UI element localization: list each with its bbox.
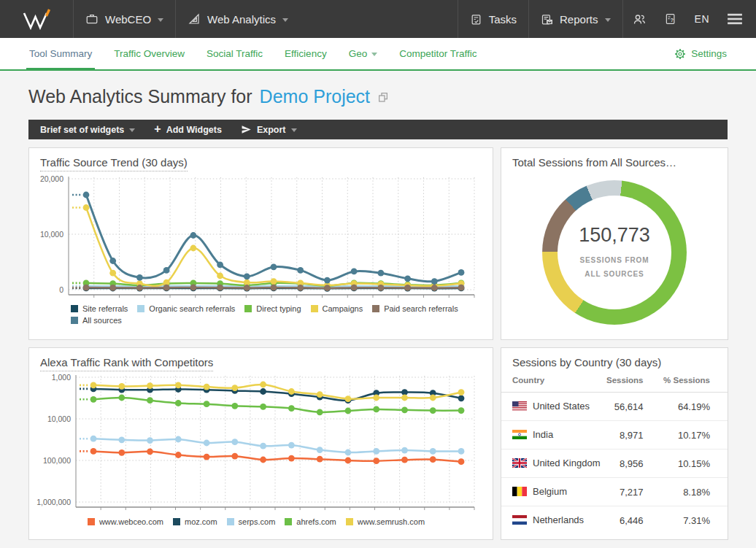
legend-label: Paid search referrals (384, 303, 458, 314)
total-sessions-value: 150,773 (579, 224, 650, 247)
sessions-by-country-table: CountrySessions% SessionsUnited States56… (501, 370, 728, 535)
tab-competitor-traffic[interactable]: Competitor Traffic (399, 38, 477, 69)
legend-item[interactable]: Direct typing (244, 303, 301, 314)
project-name-link[interactable]: Demo Project (260, 86, 370, 107)
spacer (300, 0, 458, 38)
tab-efficiency[interactable]: Efficiency (285, 38, 327, 69)
total-sessions-donut-chart[interactable]: 150,773 SESSIONS FROM ALL SOURCES (542, 180, 687, 325)
legend-chip (285, 518, 292, 525)
legend-chip (346, 518, 353, 525)
widget-traffic-source-trend: Traffic Source Trend (30 days) 20,00010,… (28, 147, 493, 340)
widget-title: Total Sessions from All Sources… (501, 148, 728, 171)
tab-tool-summary[interactable]: Tool Summary (29, 38, 92, 69)
tab-label: Social Traffic (207, 48, 263, 59)
country-cell: United Kingdom (501, 449, 604, 478)
legend-label: www.semrush.com (358, 516, 425, 528)
tool-nav: Tool SummaryTraffic OverviewSocial Traff… (0, 38, 756, 71)
legend-item[interactable]: moz.com (173, 516, 217, 528)
legend-item[interactable]: Site referrals (71, 303, 128, 314)
country-cell: United States (501, 393, 604, 421)
chevron-down-icon (291, 128, 297, 132)
widget-title-link[interactable]: Alexa Traffic Rank with Competitors (40, 356, 213, 371)
svg-text:10,000: 10,000 (47, 414, 71, 423)
language-label: EN (695, 13, 709, 25)
legend-chip (227, 518, 234, 525)
export-dropdown[interactable]: Export (231, 120, 306, 139)
widget-title-link[interactable]: Traffic Source Trend (30 days) (40, 156, 188, 171)
widget-grid: Traffic Source Trend (30 days) 20,00010,… (28, 147, 728, 540)
tasks-icon (470, 13, 482, 26)
product-menu[interactable]: WebCEO (74, 0, 175, 38)
legend-chip (71, 305, 78, 312)
export-label: Export (257, 125, 286, 135)
sessions-cell: 7,217 (604, 478, 661, 506)
reports-label: Reports (560, 13, 598, 26)
table-row: United States56,61464.19% (501, 393, 728, 421)
legend-item[interactable]: Organic search referrals (137, 303, 235, 314)
chevron-down-icon (605, 18, 611, 22)
language-selector[interactable]: EN (686, 0, 718, 38)
legend-item[interactable]: www.webceo.com (88, 516, 163, 528)
add-widgets-label: Add Widgets (166, 125, 222, 135)
tab-traffic-overview[interactable]: Traffic Overview (114, 38, 185, 69)
alexa-rank-chart[interactable]: 1,00010,000100,0001,000,000 (29, 371, 493, 513)
legend-item[interactable]: ahrefs.com (285, 516, 336, 528)
help-button[interactable]: ? (655, 0, 686, 38)
users-button[interactable] (623, 0, 655, 38)
legend-item[interactable]: Paid search referrals (372, 303, 458, 314)
legend-item[interactable]: www.semrush.com (346, 516, 425, 528)
hamburger-icon (727, 12, 743, 26)
top-bar: WebCEO Web Analytics Tasks Reports (0, 0, 756, 38)
legend-label: Direct typing (256, 303, 301, 314)
table-header-row: CountrySessions% Sessions (501, 370, 728, 393)
tasks-button[interactable]: Tasks (458, 0, 528, 38)
webceo-logo[interactable] (0, 0, 73, 38)
main-menu-button[interactable] (718, 0, 756, 38)
legend-row: www.webceo.commoz.comserps.comahrefs.com… (29, 516, 493, 528)
svg-text:10,000: 10,000 (40, 230, 63, 239)
legend-label: Campaigns (323, 303, 363, 314)
col-pct-sessions: % Sessions (661, 370, 728, 393)
tab-social-traffic[interactable]: Social Traffic (207, 38, 263, 69)
tool-menu[interactable]: Web Analytics (176, 0, 300, 38)
legend-item[interactable]: Campaigns (311, 303, 363, 314)
pct-sessions-cell: 7.31% (661, 506, 728, 535)
settings-button[interactable]: Settings (674, 38, 727, 69)
legend-chip (88, 518, 95, 525)
widget-title: Sessions by Country (30 days) (501, 348, 728, 370)
alexa-rank-legend: www.webceo.commoz.comserps.comahrefs.com… (29, 516, 493, 528)
people-icon (632, 12, 647, 26)
pct-sessions-cell: 10.17% (661, 421, 728, 449)
widget-set-dropdown[interactable]: Brief set of widgets (31, 120, 144, 139)
chevron-down-icon (371, 53, 377, 56)
legend-chip (244, 305, 252, 312)
widget-title-text: Total Sessions from All Sources… (512, 156, 676, 169)
main-content: Web Analytics Summary for Demo Project B… (0, 86, 756, 540)
reports-menu[interactable]: Reports (529, 0, 622, 38)
traffic-source-trend-chart[interactable]: 20,00010,0000 (29, 171, 493, 300)
legend-label: Site referrals (82, 303, 128, 314)
svg-text:0: 0 (59, 285, 63, 294)
legend-chip (173, 518, 180, 525)
country-name: Belgium (533, 486, 567, 497)
tab-geo[interactable]: Geo (349, 38, 378, 69)
chevron-down-icon (282, 18, 288, 22)
col-country: Country (501, 370, 604, 393)
sessions-cell: 8,956 (604, 449, 661, 478)
chevron-down-icon (129, 128, 135, 132)
legend-row: Site referralsOrganic search referralsDi… (29, 303, 493, 314)
add-widgets-button[interactable]: + Add Widgets (144, 120, 231, 139)
tab-label: Efficiency (285, 48, 327, 59)
legend-chip (372, 305, 379, 312)
legend-label: serps.com (239, 516, 276, 528)
legend-item[interactable]: serps.com (227, 516, 276, 528)
flag-icon-nl (512, 515, 527, 527)
country-cell: India (501, 421, 604, 449)
country-name: United States (533, 401, 590, 412)
legend-chip (137, 305, 144, 312)
product-label: WebCEO (105, 13, 151, 26)
legend-item[interactable]: All sources (71, 314, 122, 326)
widget-sessions-by-country: Sessions by Country (30 days) CountrySes… (501, 347, 728, 540)
col-sessions: Sessions (604, 370, 661, 393)
copy-icon[interactable] (377, 91, 389, 103)
